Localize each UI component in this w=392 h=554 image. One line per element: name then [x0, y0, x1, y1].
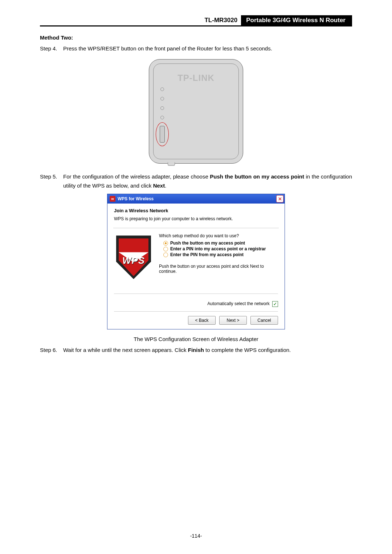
header-description: Portable 3G/4G Wireless N Router [241, 15, 352, 25]
wps-option-label: Enter the PIN from my access point [170, 252, 244, 257]
wps-badge-text: WPS [114, 255, 153, 266]
step-5: Step 5. For the configuration of the wir… [40, 172, 352, 190]
wps-option-label: Push the button on my access point [170, 241, 245, 246]
page-header: TL-MR3020 Portable 3G/4G Wireless N Rout… [40, 15, 352, 26]
section-title: Method Two: [40, 34, 352, 41]
wps-option-enter-pin-ap[interactable]: Enter a PIN into my access point or a re… [163, 246, 278, 251]
router-port-icon [168, 162, 175, 166]
text-bold: Finish [188, 347, 204, 353]
radio-icon [163, 253, 168, 257]
router-figure: TP-LINK [40, 54, 352, 172]
wps-highlight-circle-icon [156, 122, 169, 146]
checkbox-checked-icon[interactable]: ✓ [272, 301, 278, 307]
text-fragment: to complete the WPS configuration. [204, 347, 291, 353]
wps-dialog-title: WPS for Wireless [118, 196, 154, 201]
wps-screenshot: W WPS for Wireless ✕ Join a Wireless Net… [40, 191, 352, 331]
step-text: Wait for a while until the next screen a… [63, 346, 352, 355]
router-illustration: TP-LINK [145, 58, 247, 167]
page-number: -114- [0, 533, 392, 539]
wps-subtext: WPS is preparing to join your computer t… [114, 216, 278, 221]
router-brand-logo: TP-LINK [145, 73, 247, 83]
figure-caption: The WPS Configuration Screen of Wireless… [40, 336, 352, 342]
document-page: TL-MR3020 Portable 3G/4G Wireless N Rout… [0, 0, 392, 554]
text-fragment: For the configuration of the wireless ad… [63, 173, 210, 180]
step-number: Step 4. [40, 44, 63, 53]
wps-auto-label: Automatically select the network [207, 301, 269, 306]
next-button[interactable]: Next > [219, 316, 247, 325]
cancel-button[interactable]: Cancel [250, 316, 278, 325]
close-icon[interactable]: ✕ [276, 195, 283, 202]
step-text: For the configuration of the wireless ad… [63, 172, 352, 190]
wps-dialog-titlebar: W WPS for Wireless ✕ [107, 194, 285, 204]
text-fragment: . [165, 182, 166, 189]
led-icon [160, 87, 164, 91]
text-bold: Push the button on my access point [210, 173, 304, 180]
wps-shield-icon: WPS [114, 233, 153, 284]
led-icon [160, 106, 164, 110]
wps-question: Which setup method do you want to use? [159, 233, 278, 238]
wps-app-icon: W [110, 196, 115, 202]
back-button[interactable]: < Back [188, 316, 216, 325]
wps-option-enter-pin-from-ap[interactable]: Enter the PIN from my access point [163, 252, 278, 257]
step-number: Step 5. [40, 172, 63, 190]
wps-dialog-window: W WPS for Wireless ✕ Join a Wireless Net… [107, 194, 285, 329]
step-text: Press the WPS/RESET button on the front … [63, 44, 352, 53]
text-bold: Next [153, 182, 165, 189]
text-fragment: Wait for a while until the next screen a… [63, 347, 188, 353]
step-4: Step 4. Press the WPS/RESET button on th… [40, 44, 352, 53]
radio-icon [163, 247, 168, 251]
wps-option-label: Enter a PIN into my access point or a re… [170, 246, 266, 251]
wps-heading: Join a Wireless Network [114, 208, 278, 213]
led-icon [160, 97, 164, 100]
radio-selected-icon [163, 241, 168, 246]
wps-hint-text: Push the button on your access point and… [159, 264, 278, 274]
wps-auto-select-row: Automatically select the network ✓ [114, 294, 278, 307]
step-number: Step 6. [40, 346, 63, 355]
led-icon [160, 116, 164, 119]
step-6: Step 6. Wait for a while until the next … [40, 346, 352, 355]
wps-option-push-button[interactable]: Push the button on my access point [163, 241, 278, 246]
header-model: TL-MR3020 [199, 15, 241, 25]
